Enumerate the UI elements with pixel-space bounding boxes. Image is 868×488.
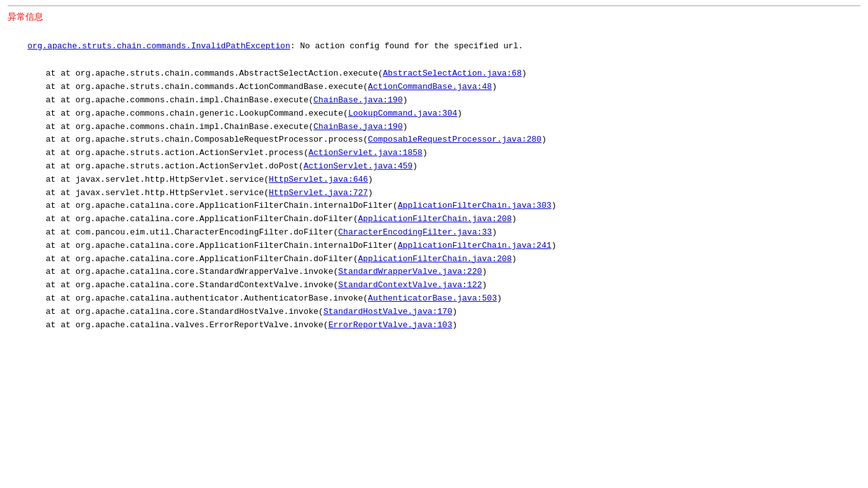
stack-frame-line: at at org.apache.struts.chain.commands.A… [8,81,860,94]
stack-frame-link-18[interactable]: StandardHostValve.java:170 [323,307,452,316]
stack-frame-link-15[interactable]: StandardWrapperValve.java:220 [338,267,482,276]
stack-frame-line: at at org.apache.catalina.core.Applicati… [8,253,860,266]
stack-frame-link-1[interactable]: ActionCommandBase.java:48 [368,82,492,92]
stack-frame-link-11[interactable]: ApplicationFilterChain.java:208 [358,214,512,224]
stack-frame-line: at at org.apache.struts.chain.Composable… [8,133,860,147]
stack-frame-link-9[interactable]: HttpServlet.java:727 [269,188,368,198]
stack-frame-line: at at org.apache.catalina.core.Applicati… [8,213,860,226]
stack-frame-link-7[interactable]: ActionServlet.java:459 [304,161,413,171]
top-divider [8,5,860,6]
stack-frame-line: at at org.apache.catalina.authenticator.… [8,292,860,306]
stack-frame-line: at at org.apache.commons.chain.impl.Chai… [8,121,860,134]
stack-frame-link-0[interactable]: AbstractSelectAction.java:68 [383,69,522,78]
stack-frame-line: at at org.apache.struts.chain.commands.A… [8,67,860,81]
stack-frame-link-4[interactable]: ChainBase.java:190 [313,122,402,132]
stack-frame-link-6[interactable]: ActionServlet.java:1858 [308,148,422,158]
stack-frame-link-17[interactable]: AuthenticatorBase.java:503 [368,294,497,303]
stack-frame-line: at at org.apache.commons.chain.impl.Chai… [8,94,860,107]
exception-message: : No action config found for the specifi… [290,41,524,51]
stack-frame-link-3[interactable]: LookupCommand.java:304 [348,109,458,118]
exception-main-line: org.apache.struts.chain.commands.Invalid… [8,27,860,66]
stack-frame-line: at at org.apache.catalina.core.StandardH… [8,306,860,319]
section-header-label: 异常信息 [8,11,860,23]
stack-frame-line: at at org.apache.struts.action.ActionSer… [8,147,860,160]
stack-frame-line: at at org.apache.catalina.valves.ErrorRe… [8,319,860,332]
stack-frame-line: at at javax.servlet.http.HttpServlet.ser… [8,173,860,187]
stack-trace: at at org.apache.struts.chain.commands.A… [8,67,860,332]
stack-frame-link-16[interactable]: StandardContextValve.java:122 [338,280,482,290]
stack-frame-link-14[interactable]: ApplicationFilterChain.java:208 [358,254,512,264]
stack-frame-line: at at org.apache.struts.action.ActionSer… [8,160,860,173]
stack-frame-link-19[interactable]: ErrorReportValve.java:103 [329,320,452,330]
exception-class-link[interactable]: org.apache.struts.chain.commands.Invalid… [27,41,290,51]
stack-frame-link-8[interactable]: HttpServlet.java:646 [269,175,368,184]
stack-frame-line: at at org.apache.catalina.core.StandardC… [8,279,860,292]
stack-frame-line: at at org.apache.catalina.core.StandardW… [8,266,860,279]
stack-frame-line: at at org.apache.catalina.core.Applicati… [8,200,860,213]
stack-frame-line: at at javax.servlet.http.HttpServlet.ser… [8,187,860,200]
stack-frame-line: at at org.apache.catalina.core.Applicati… [8,240,860,253]
stack-frame-link-2[interactable]: ChainBase.java:190 [313,95,402,105]
stack-frame-link-12[interactable]: CharacterEncodingFilter.java:33 [338,227,492,237]
stack-frame-link-10[interactable]: ApplicationFilterChain.java:303 [398,201,552,210]
stack-frame-line: at at org.apache.commons.chain.generic.L… [8,107,860,121]
stack-frame-link-5[interactable]: ComposableRequestProcessor.java:280 [368,135,541,144]
stack-frame-line: at at com.pancou.eim.util.CharacterEncod… [8,226,860,240]
stack-frame-link-13[interactable]: ApplicationFilterChain.java:241 [398,241,552,250]
